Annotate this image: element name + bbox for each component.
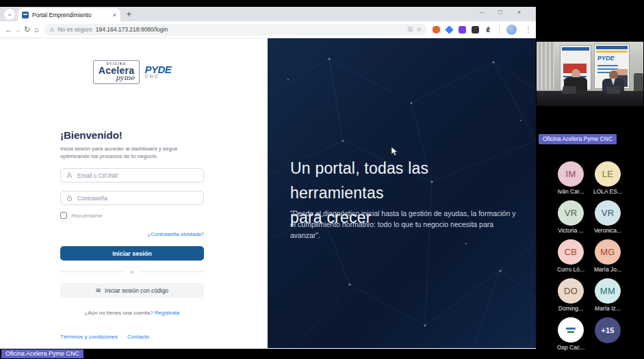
forgot-password-link[interactable]: ¿Contraseña olvidada?	[147, 231, 204, 237]
extension-icon-purple[interactable]	[459, 26, 466, 34]
login-button[interactable]: Iniciar sesión	[60, 246, 204, 261]
url-text[interactable]: 194.164.173.218:8080/login	[96, 26, 404, 33]
extensions-puzzle-icon[interactable]	[485, 25, 492, 34]
login-panel: OFICINA Acelera pyme PYDE CNC ¡Bienvenid…	[0, 38, 268, 348]
participant[interactable]: VR Victoria ...	[552, 200, 589, 234]
participant-initials: LE	[602, 169, 614, 179]
participant-avatar[interactable]: DO	[558, 278, 584, 304]
participant-avatar[interactable]: MM	[595, 278, 621, 304]
participant[interactable]: MG María Jo...	[589, 239, 626, 273]
new-tab-button[interactable]: +	[127, 10, 131, 19]
desk	[537, 91, 643, 106]
tab-favicon-icon	[22, 12, 29, 18]
person-icon	[66, 172, 73, 178]
pyde-logo: PYDE CNC	[144, 65, 171, 79]
browser-tab-active[interactable]: Portal Emprendimiento ×	[18, 8, 120, 21]
or-divider: o	[60, 269, 204, 275]
participant-overflow-count[interactable]: +15	[595, 317, 621, 343]
profile-avatar[interactable]	[506, 25, 517, 35]
code-login-button[interactable]: ✉ Iniciar sesión con código	[60, 283, 204, 297]
email-input[interactable]	[77, 172, 198, 179]
toolbar-divider	[499, 25, 500, 34]
participant-initials: MG	[600, 247, 615, 257]
home-icon[interactable]: ⌂	[32, 25, 42, 34]
webcam-video-tile[interactable]: PYDE	[537, 39, 643, 113]
participant[interactable]: Oap Cac...	[552, 317, 589, 351]
page-title: ¡Bienvenido!	[60, 129, 204, 141]
participant-grid: IM Iván Car... LE LOLA ES... VR Victoria…	[552, 161, 626, 351]
logo-pyde-text: PYDE	[144, 65, 171, 74]
lock-icon	[66, 195, 73, 201]
participant-name: Curro Ló...	[557, 266, 584, 273]
overflow-count-text: +15	[601, 326, 615, 334]
email-field-wrap	[60, 168, 204, 183]
participant-initials: VR	[602, 208, 615, 218]
extension-icon-orange[interactable]	[433, 26, 440, 34]
participant-name: Iván Car...	[558, 188, 584, 195]
tab-close-icon[interactable]: ×	[113, 12, 116, 18]
window-close-button[interactable]: ×	[517, 9, 521, 16]
participant-avatar[interactable]: VR	[595, 200, 621, 226]
hero-title-line1: Un portal, todas las herramientas	[290, 159, 428, 202]
participant-overflow[interactable]: +15	[589, 317, 626, 351]
acelera-pyme-logo: OFICINA Acelera pyme	[93, 60, 140, 84]
participant-avatar[interactable]: IM	[558, 161, 584, 187]
participant-avatar[interactable]: CB	[558, 239, 584, 265]
login-footer: Términos y condiciones Contacto	[60, 334, 149, 340]
participant-initials: CB	[565, 247, 578, 257]
screen-share-badge: Oficina Acelera Pyme CNC	[1, 349, 83, 358]
tab-strip: ⌄ Portal Emprendimiento × + – □ ×	[0, 7, 536, 21]
password-input[interactable]	[77, 195, 198, 202]
envelope-icon: ✉	[96, 287, 101, 294]
participant-avatar-org-logo[interactable]	[558, 317, 584, 343]
window-minimize-button[interactable]: –	[480, 9, 483, 16]
org-logo-icon	[566, 328, 576, 333]
forward-icon[interactable]: →	[14, 25, 23, 34]
signup-link[interactable]: Regístrate	[155, 310, 180, 316]
participant[interactable]: CB Curro Ló...	[552, 239, 589, 273]
participant-avatar[interactable]: LE	[595, 161, 621, 187]
security-warning-label[interactable]: No es seguro	[57, 26, 92, 33]
page-viewport: OFICINA Acelera pyme PYDE CNC ¡Bienvenid…	[0, 38, 536, 348]
chevron-down-icon: ⌄	[7, 10, 12, 17]
window-restore-button[interactable]: □	[498, 9, 502, 16]
participant-initials: IM	[565, 169, 576, 179]
meeting-sidebar: PYDE Oficina Acelera Pyme CNC IM Iván Ca…	[536, 0, 644, 359]
tab-search-button[interactable]: ⌄	[4, 9, 15, 20]
page-subtitle: Inicia sesión para acceder al dashboard …	[60, 145, 204, 160]
participant[interactable]: VR Veronica...	[589, 200, 626, 234]
browser-menu-icon[interactable]: ⋮	[525, 26, 532, 34]
remember-checkbox[interactable]	[60, 212, 67, 219]
participant[interactable]: MM María Iz...	[589, 278, 626, 312]
divider-label: o	[131, 269, 133, 275]
participant[interactable]: LE LOLA ES...	[589, 161, 626, 195]
participant[interactable]: DO Doming...	[552, 278, 589, 312]
participant-name: Doming...	[558, 305, 583, 312]
participant-initials: DO	[564, 286, 578, 296]
hero-quote: "Desde el diagnóstico inicial hasta la g…	[290, 208, 516, 241]
browser-toolbar: ← → ↻ ⌂ ⚠ No es seguro 194.164.173.218:8…	[0, 21, 536, 38]
participant-name: Victoria ...	[558, 227, 584, 234]
banner-pyde-text: PYDE	[597, 55, 615, 62]
bookmark-star-icon[interactable]: ☆	[416, 26, 422, 33]
terms-link[interactable]: Términos y condiciones	[60, 334, 118, 340]
participant-avatar[interactable]: VR	[558, 200, 584, 226]
back-icon[interactable]: ←	[4, 25, 14, 34]
participant-name: María Iz...	[595, 305, 621, 312]
participant-name: Veronica...	[594, 227, 621, 234]
participant-name: María Jo...	[594, 266, 621, 273]
extension-icon-blue-diamond[interactable]	[445, 25, 453, 34]
address-bar[interactable]: ⚠ No es seguro 194.164.173.218:8080/logi…	[44, 24, 427, 36]
warning-icon: ⚠	[49, 27, 54, 33]
shared-screen: ⌄ Portal Emprendimiento × + – □ × ← → ↻ …	[0, 0, 644, 359]
brand-logos: OFICINA Acelera pyme PYDE CNC	[60, 60, 204, 84]
browser-window: ⌄ Portal Emprendimiento × + – □ × ← → ↻ …	[0, 7, 536, 349]
contact-link[interactable]: Contacto	[127, 334, 149, 340]
reload-icon[interactable]: ↻	[23, 25, 32, 34]
remember-label: Recuérdame	[71, 213, 103, 219]
participant[interactable]: IM Iván Car...	[552, 161, 589, 195]
password-key-icon[interactable]: ⚿	[408, 26, 413, 34]
participant-avatar[interactable]: MG	[595, 239, 621, 265]
extension-icon-dark[interactable]	[472, 26, 479, 34]
participant-initials: MM	[600, 286, 615, 296]
